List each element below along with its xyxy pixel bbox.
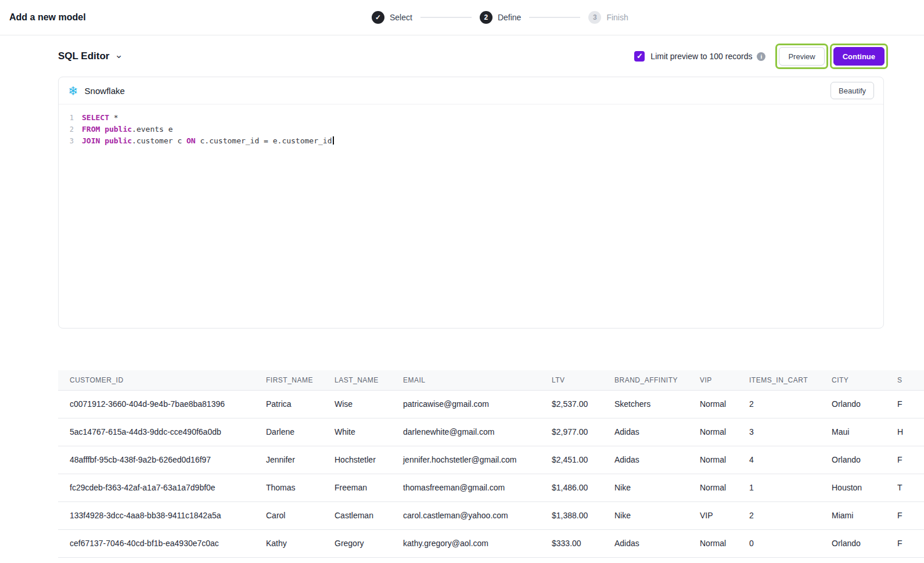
sql-editor-panel: ❄ Snowflake Beautify 1SELECT *2FROM publ… [58,77,884,329]
code-line: 2FROM public.events e [68,124,874,135]
source-name: Snowflake [85,86,125,96]
table-cell: Nike [603,474,688,501]
code-line: 1SELECT * [68,112,874,124]
table-cell: Kathy [254,529,323,557]
check-icon: ✓ [372,11,384,24]
table-cell: Darlene [254,418,323,446]
table-cell: darlenewhite@gmail.com [391,418,540,446]
limit-preview-checkbox[interactable]: ✓ [634,51,645,62]
code-token: .events e [132,125,172,133]
table-cell: F [886,529,924,557]
table-row: cef67137-7046-40cd-bf1b-ea4930e7c0acKath… [58,529,924,557]
continue-button-highlight: Continue [830,44,888,69]
preview-table-body: c0071912-3660-404d-9e4b-7bae8ba81396Patr… [58,390,924,557]
table-row: 133f4928-3dcc-4aa8-bb38-9411c1842a5aCaro… [58,501,924,529]
table-cell: jennifer.hochstetler@gmail.com [391,446,540,474]
table-cell: Gregory [323,529,391,557]
table-cell: F [886,446,924,474]
code-token: c.customer_id = e.customer_id [196,136,332,145]
table-cell: $2,451.00 [540,446,603,474]
table-cell: 48afffbf-95cb-438f-9a2b-626ed0d16f97 [58,446,254,474]
stepper-step-define: 2Define [480,11,521,24]
beautify-button[interactable]: Beautify [830,82,874,99]
column-header: VIP [688,370,738,390]
table-cell: $2,537.00 [540,390,603,418]
table-cell: Thomas [254,474,323,501]
preview-button[interactable]: Preview [779,47,824,66]
table-cell: T [886,474,924,501]
code-line: 3JOIN public.customer c ON c.customer_id… [68,135,874,147]
table-cell: Normal [688,446,738,474]
step-number: 2 [480,11,492,24]
limit-preview-label: Limit preview to 100 records [650,52,752,61]
table-cell: 3 [738,418,820,446]
table-cell: Nike [603,501,688,529]
table-cell: $333.00 [540,529,603,557]
column-header: LTV [540,370,603,390]
table-cell: Sketchers [603,390,688,418]
editor-type-label: SQL Editor [58,50,109,62]
editor-type-dropdown[interactable]: SQL Editor ⌄ [58,50,123,62]
table-cell: Castleman [323,501,391,529]
table-cell: 133f4928-3dcc-4aa8-bb38-9411c1842a5a [58,501,254,529]
column-header: FIRST_NAME [254,370,323,390]
table-cell: 4 [738,446,820,474]
preview-button-highlight: Preview [775,44,828,69]
column-header: CITY [820,370,886,390]
stepper-connector [420,17,472,18]
table-cell: 1 [738,474,820,501]
chevron-down-icon: ⌄ [114,52,123,58]
step-number: 3 [588,11,601,24]
table-cell: cef67137-7046-40cd-bf1b-ea4930e7c0ac [58,529,254,557]
step-label: Define [498,13,521,22]
table-cell: kathy.gregory@aol.com [391,529,540,557]
table-cell: Normal [688,418,738,446]
table-cell: H [886,418,924,446]
table-cell: c0071912-3660-404d-9e4b-7bae8ba81396 [58,390,254,418]
continue-button[interactable]: Continue [833,47,885,66]
table-cell: Maui [820,418,886,446]
stepper-step-select: ✓Select [372,11,412,24]
table-cell: patricawise@gmail.com [391,390,540,418]
table-cell: 2 [738,390,820,418]
step-label: Select [390,13,412,22]
table-cell: carol.castleman@yahoo.com [391,501,540,529]
table-cell: Carol [254,501,323,529]
table-cell: Adidas [603,529,688,557]
code-token: ON [186,136,196,145]
table-cell: Normal [688,529,738,557]
table-cell: VIP [688,501,738,529]
table-row: fc29cdeb-f363-42af-a1a7-63a1a7d9bf0eThom… [58,474,924,501]
table-cell: Jennifer [254,446,323,474]
code-token: JOIN [82,136,100,145]
table-cell: fc29cdeb-f363-42af-a1a7-63a1a7d9bf0e [58,474,254,501]
line-number: 3 [68,136,74,147]
toolbar: SQL Editor ⌄ ✓ Limit preview to 100 reco… [0,44,924,69]
code-token [100,125,105,133]
table-header-row: CUSTOMER_IDFIRST_NAMELAST_NAMEEMAILLTVBR… [58,370,924,390]
column-header: LAST_NAME [323,370,391,390]
table-row: 48afffbf-95cb-438f-9a2b-626ed0d16f97Jenn… [58,446,924,474]
table-cell: Hochstetler [323,446,391,474]
code-token: public [105,125,132,133]
table-cell: Wise [323,390,391,418]
stepper-step-finish: 3Finish [588,11,628,24]
table-cell: F [886,390,924,418]
info-icon[interactable]: i [757,52,765,61]
table-row: 5ac14767-615a-44d3-9ddc-cce490f6a0dbDarl… [58,418,924,446]
table-cell: Normal [688,390,738,418]
table-cell: Miami [820,501,886,529]
table-cell: White [323,418,391,446]
table-cell: Orlando [820,529,886,557]
table-cell: Houston [820,474,886,501]
stepper-connector [529,17,580,18]
code-token: .customer c [132,136,186,145]
page-title: Add a new model [0,12,86,23]
sql-code-editor[interactable]: 1SELECT *2FROM public.events e3JOIN publ… [59,104,883,328]
table-cell: Adidas [603,418,688,446]
step-label: Finish [606,13,628,22]
table-cell: Normal [688,474,738,501]
code-token: public [105,136,132,145]
sql-editor-header: ❄ Snowflake Beautify [59,77,883,104]
text-cursor [333,136,334,145]
